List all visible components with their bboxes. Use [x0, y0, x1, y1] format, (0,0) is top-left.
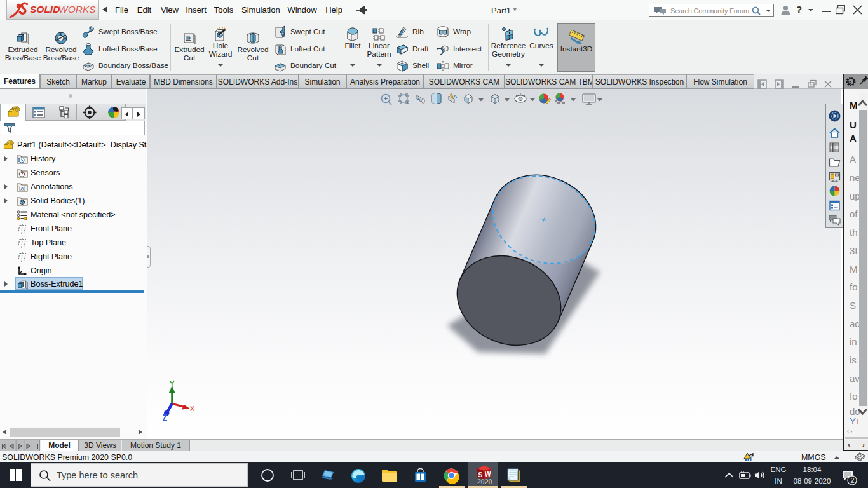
svg-text:«: « — [848, 78, 851, 86]
svg-text:SOLID: SOLID — [30, 4, 60, 15]
svg-text:2: 2 — [851, 477, 855, 484]
svg-text:A: A — [20, 186, 24, 191]
svg-text:X: X — [190, 405, 195, 412]
svg-text:W: W — [485, 471, 491, 478]
svg-text:WORKS: WORKS — [58, 4, 96, 15]
svg-text:A: A — [453, 93, 458, 100]
svg-text:2020: 2020 — [477, 478, 492, 485]
